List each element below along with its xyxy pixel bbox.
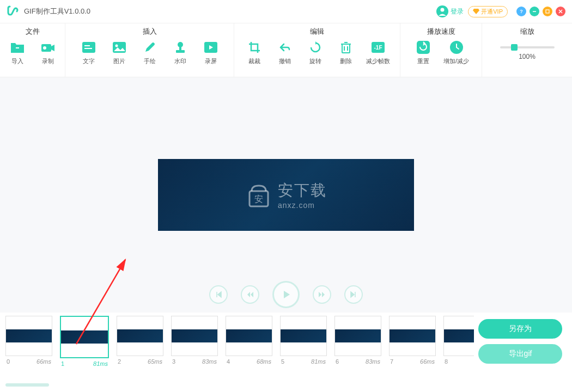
frame-index: 5 (281, 358, 284, 365)
frame-item-0[interactable]: 066ms (5, 316, 52, 367)
frame-duration: 66ms (36, 358, 51, 365)
frame-duration: 83ms (202, 358, 217, 365)
group-edit-title: 编辑 (241, 27, 393, 36)
svg-rect-20 (417, 41, 430, 54)
import-button[interactable]: 导入 (7, 40, 28, 65)
play-button[interactable] (272, 281, 300, 308)
frame-meta: 383ms (171, 356, 218, 365)
frame-duration: 81ms (311, 358, 326, 365)
rotate-button[interactable]: 旋转 (305, 40, 326, 65)
adjust-speed-button[interactable]: 增加/减少 (443, 40, 469, 65)
maximize-button[interactable] (543, 7, 552, 16)
frame-duration: 68ms (257, 358, 271, 365)
frame-strip (335, 329, 381, 342)
frame-thumb (226, 316, 272, 356)
frame-strip (226, 329, 272, 342)
prev-frame-button[interactable] (241, 285, 259, 304)
clock-icon (449, 40, 464, 55)
pencil-icon (142, 40, 157, 55)
group-file-title: 文件 (7, 27, 58, 36)
frame-thumb (60, 316, 109, 358)
frame-index: 2 (118, 358, 121, 365)
frame-duration: 81ms (93, 360, 108, 367)
group-speed-title: 播放速度 (407, 27, 475, 36)
frame-item-4[interactable]: 468ms (226, 316, 272, 367)
zoom-value: 100% (489, 53, 565, 60)
record-button[interactable]: 录制 (38, 40, 58, 65)
frame-item-5[interactable]: 581ms (280, 316, 327, 367)
frames-scroll[interactable]: 066ms181ms265ms383ms468ms581ms683ms766ms… (5, 316, 474, 382)
reset-speed-button[interactable]: 重置 (413, 40, 434, 65)
frame-meta: 265ms (117, 356, 163, 365)
frame-index: 6 (336, 358, 339, 365)
image-icon (112, 40, 127, 55)
undo-button[interactable]: 撤销 (275, 40, 295, 65)
rotate-label: 旋转 (309, 57, 321, 65)
svg-rect-15 (176, 50, 185, 53)
group-insert-title: 插入 (72, 27, 227, 36)
watermark-cn: 安下载 (278, 180, 327, 201)
crop-button[interactable]: 裁裁 (244, 40, 265, 65)
svg-rect-14 (179, 47, 181, 50)
delete-button[interactable]: 删除 (336, 40, 356, 65)
draw-button[interactable]: 手绘 (139, 40, 160, 65)
timeline-actions: 另存为 导出gif (474, 316, 567, 382)
watermark-label: 水印 (174, 57, 186, 65)
frame-meta: 766ms (389, 356, 436, 365)
canvas-area: 安 安下载 anxz.com (0, 77, 572, 313)
frame-meta: 581ms (280, 356, 327, 365)
group-zoom: 缩放 100% (482, 23, 572, 77)
text-button[interactable]: 文字 (78, 40, 99, 65)
svg-rect-3 (533, 11, 536, 13)
scrollbar-thumb[interactable] (5, 383, 49, 387)
login-button[interactable]: 登录 (436, 5, 464, 17)
record-label: 录制 (42, 57, 54, 65)
screen-icon (203, 40, 218, 55)
vip-button[interactable]: 开通VIP (468, 6, 508, 17)
group-speed: 播放速度 重置 增加/减少 (400, 23, 482, 77)
close-button[interactable] (556, 7, 565, 16)
frame-thumb (334, 316, 381, 356)
svg-rect-10 (84, 48, 92, 49)
svg-point-12 (115, 45, 118, 47)
vip-label: 开通VIP (481, 8, 503, 16)
save-as-button[interactable]: 另存为 (478, 319, 562, 339)
screencap-button[interactable]: 录屏 (200, 40, 221, 65)
svg-rect-4 (546, 10, 549, 13)
frame-index: 8 (445, 358, 448, 365)
camera-icon (40, 40, 56, 55)
text-label: 文字 (83, 57, 95, 65)
frame-meta: 683ms (334, 356, 381, 365)
crop-icon (247, 40, 262, 55)
frame-item-8[interactable]: 8 (443, 316, 474, 367)
svg-point-1 (441, 8, 445, 12)
minimize-button[interactable] (530, 7, 539, 16)
last-frame-button[interactable] (344, 285, 363, 304)
frame-meta: 066ms (5, 356, 52, 365)
first-frame-button[interactable] (209, 285, 228, 304)
watermark-button[interactable]: 水印 (170, 40, 191, 65)
frame-strip (117, 329, 163, 342)
help-button[interactable]: ? (516, 7, 526, 16)
frame-item-1[interactable]: 181ms (60, 316, 109, 367)
frame-meta: 8 (443, 356, 474, 365)
toolbar: 文件 导入 录制 插入 文字 图片 手绘 (0, 23, 572, 77)
zoom-slider-handle[interactable] (511, 44, 518, 51)
frame-item-7[interactable]: 766ms (389, 316, 436, 367)
reduce-label: 减少帧数 (366, 57, 390, 65)
image-label: 图片 (113, 57, 125, 65)
reduce-frames-button[interactable]: -1F 减少帧数 (366, 40, 390, 65)
next-frame-button[interactable] (313, 285, 331, 304)
svg-rect-9 (84, 45, 90, 46)
undo-label: 撤销 (279, 57, 291, 65)
image-button[interactable]: 图片 (109, 40, 130, 65)
zoom-slider[interactable] (500, 46, 555, 48)
reset-icon (416, 40, 431, 55)
frame-item-3[interactable]: 383ms (171, 316, 218, 367)
horizontal-scrollbar[interactable] (0, 382, 572, 389)
crop-label: 裁裁 (248, 57, 260, 65)
frame-item-6[interactable]: 683ms (334, 316, 381, 367)
frame-item-2[interactable]: 265ms (117, 316, 163, 367)
export-gif-button[interactable]: 导出gif (478, 344, 562, 364)
group-edit: 编辑 裁裁 撤销 旋转 删除 -1F 减少帧数 (234, 23, 400, 77)
